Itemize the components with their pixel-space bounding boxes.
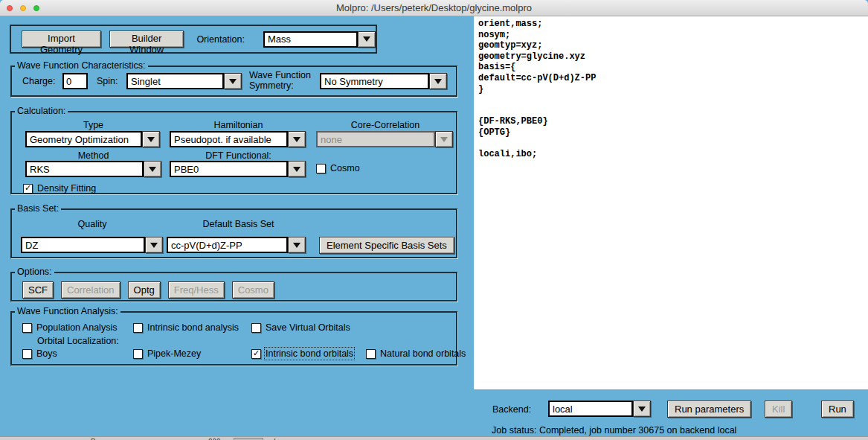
core-correlation-dropdown-value: none [316,131,435,147]
wave-function-analysis-section: Wave Function Analysis: Population Analy… [10,311,457,366]
cosmo-checkbox[interactable]: Cosmo [316,163,360,173]
calculation-type-dropdown[interactable]: Geometry Optimization [25,131,160,147]
population-analysis-checkbox[interactable]: Population Analysis [22,322,117,333]
molpro-main-panel: Import Geometry Builder Window Orientati… [0,16,868,440]
boys-checkbox-box[interactable] [22,349,32,359]
pipek-mezey-checkbox[interactable]: Pipek-Mezey [133,348,201,359]
chevron-down-icon [147,137,155,142]
density-fitting-checkbox-label: Density Fitting [37,183,96,194]
input-file-editor[interactable]: orient,mass; nosym; geomtyp=xyz; geometr… [474,16,868,389]
hamiltonian-dropdown[interactable]: Pseudopot. if available [170,131,306,147]
dft-functional-dropdown[interactable]: PBE0 [170,161,306,177]
symmetry-dropdown-value[interactable]: No Symmetry [320,73,429,89]
core-correlation-label: Core-Correlation [316,120,454,130]
pipek-mezey-checkbox-label: Pipek-Mezey [147,348,201,359]
import-geometry-button[interactable]: Import Geometry [22,31,101,48]
chevron-down-icon [440,137,448,142]
save-virtual-orbitals-checkbox-label: Save Virtual Orbitals [266,322,350,333]
wfa-section-title: Wave Function Analysis: [15,306,120,316]
job-status-text: Job status: Completed, job number 30675 … [492,425,736,436]
dft-functional-dropdown-arrow-button[interactable] [288,161,306,177]
density-fitting-checkbox-box[interactable]: ✓ [23,184,33,194]
boys-checkbox-label: Boys [36,348,57,359]
options-button-row: SCF Correlation Optg Freq/Hess Cosmo [22,281,274,299]
backend-label: Backend: [492,404,531,415]
spin-dropdown-value[interactable]: Singlet [126,73,224,89]
spin-label: Spin: [97,76,118,86]
run-parameters-button[interactable]: Run parameters [667,401,751,418]
natural-bond-orbitals-checkbox-box[interactable] [366,349,376,359]
dft-functional-dropdown-value[interactable]: PBE0 [170,161,288,177]
geometry-section: Import Geometry Builder Window Orientati… [10,25,377,54]
intrinsic-bond-orbitals-checkbox-box[interactable]: ✓ [251,349,261,359]
titlebar: Molpro: /Users/peterk/Desktop/glycine.mo… [0,0,868,16]
chevron-down-icon [293,137,300,142]
quality-label: Quality [21,219,164,229]
quality-dropdown-value[interactable]: DZ [21,237,145,253]
symmetry-dropdown-arrow-button[interactable] [429,73,447,89]
chevron-down-icon [434,79,442,84]
quality-dropdown-arrow-button[interactable] [145,237,163,253]
calculation-type-dropdown-value[interactable]: Geometry Optimization [25,131,142,147]
symmetry-dropdown[interactable]: No Symmetry [320,73,447,89]
hamiltonian-dropdown-value[interactable]: Pseudopot. if available [170,131,288,147]
run-button[interactable]: Run [821,401,854,418]
method-dropdown-arrow-button[interactable] [144,161,161,177]
default-basis-set-dropdown-value[interactable]: cc-pV(D+d)Z-PP [167,237,288,253]
correlation-button: Correlation [61,281,120,299]
backend-dropdown[interactable]: local [548,401,651,417]
chevron-down-icon [229,79,237,84]
basis-set-section-title: Basis Set: [15,203,61,214]
orientation-dropdown-value[interactable]: Mass [263,31,358,48]
chevron-down-icon [638,406,646,412]
wave-function-characteristics-section: Wave Function Characteristics: Charge: S… [10,66,457,97]
element-specific-basis-sets-button[interactable]: Element Specific Basis Sets [319,237,454,254]
method-dropdown[interactable]: RKS [25,161,161,177]
intrinsic-bond-analysis-checkbox-label: Intrinsic bond analysis [147,322,239,333]
default-basis-set-label: Default Basis Set [167,219,310,229]
scf-button[interactable]: SCF [22,281,54,299]
intrinsic-bond-analysis-checkbox-box[interactable] [133,323,143,333]
save-virtual-orbitals-checkbox[interactable]: Save Virtual Orbitals [251,322,350,333]
boys-checkbox[interactable]: Boys [22,348,57,359]
orientation-dropdown[interactable]: Mass [263,31,376,48]
kill-button: Kill [765,401,792,418]
chevron-down-icon [293,167,300,172]
method-dropdown-value[interactable]: RKS [25,161,144,177]
quality-dropdown[interactable]: DZ [21,237,163,253]
charge-input[interactable] [62,73,88,89]
spin-dropdown[interactable]: Singlet [126,73,242,89]
calculation-section-title: Calculation: [15,106,68,116]
options-section-title: Options: [15,267,54,277]
save-virtual-orbitals-checkbox-box[interactable] [251,323,261,333]
natural-bond-orbitals-checkbox[interactable]: Natural bond orbitals [366,348,466,359]
backend-dropdown-arrow-button[interactable] [633,401,651,417]
cosmo-checkbox-box[interactable] [316,164,326,173]
default-basis-set-dropdown-arrow-button[interactable] [288,237,306,253]
spin-dropdown-arrow-button[interactable] [224,73,242,89]
input-file-text[interactable]: orient,mass; nosym; geomtyp=xyz; geometr… [474,16,868,160]
chevron-down-icon [150,243,158,248]
population-analysis-checkbox-box[interactable] [22,323,32,333]
intrinsic-bond-analysis-checkbox[interactable]: Intrinsic bond analysis [133,322,239,333]
cosmo-checkbox-label: Cosmo [330,163,360,173]
default-basis-set-dropdown[interactable]: cc-pV(D+d)Z-PP [167,237,306,253]
orbital-localization-label: Orbital Localization: [37,336,119,346]
calculation-type-dropdown-arrow-button[interactable] [142,131,160,147]
optg-button[interactable]: Optg [128,281,161,299]
orientation-dropdown-arrow-button[interactable] [358,31,376,48]
charge-label: Charge: [22,76,55,86]
hamiltonian-dropdown-arrow-button[interactable] [288,131,306,147]
natural-bond-orbitals-checkbox-label: Natural bond orbitals [380,348,466,359]
wfc-section-title: Wave Function Characteristics: [15,60,148,71]
check-icon: ✓ [25,183,31,193]
pipek-mezey-checkbox-box[interactable] [133,349,143,359]
builder-window-button[interactable]: Builder Window [109,31,184,48]
orientation-label: Orientation: [196,34,245,45]
intrinsic-bond-orbitals-checkbox[interactable]: ✓ Intrinsic bond orbitals [251,348,353,359]
type-label: Type [25,120,161,130]
density-fitting-checkbox[interactable]: ✓ Density Fitting [23,183,96,194]
background-window-sliver: B 000 d [0,436,868,440]
chevron-down-icon [149,167,156,172]
backend-dropdown-value[interactable]: local [548,401,633,417]
